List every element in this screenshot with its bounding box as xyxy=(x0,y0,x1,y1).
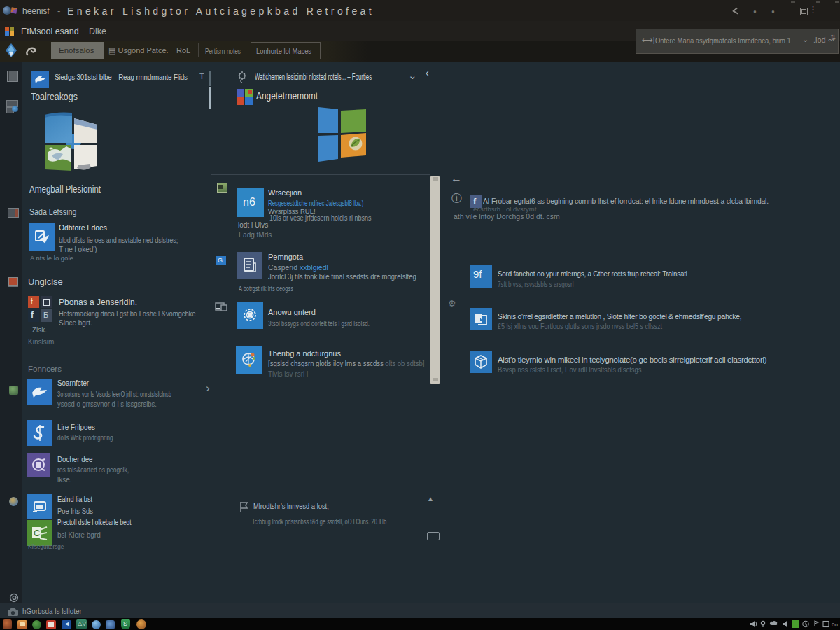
svg-text:C: C xyxy=(34,528,40,538)
svg-text:0o: 0o xyxy=(832,622,838,628)
